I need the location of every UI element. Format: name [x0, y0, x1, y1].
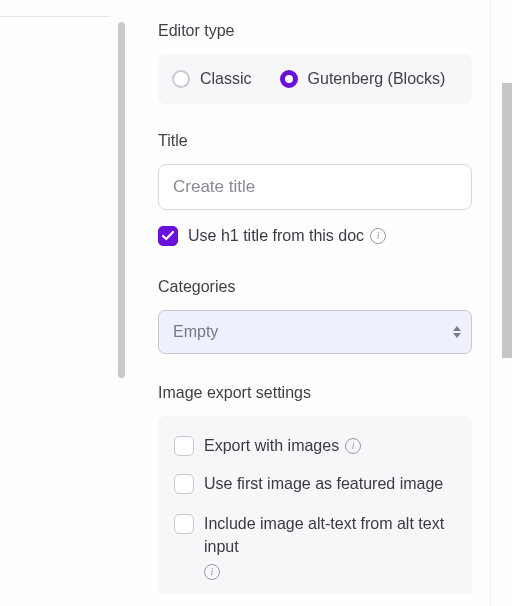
use-h1-label: Use h1 title from this doc — [188, 227, 364, 245]
title-input[interactable] — [158, 164, 472, 210]
use-h1-checkbox-row[interactable]: Use h1 title from this doc i — [158, 226, 472, 246]
first-image-featured-checkbox — [174, 474, 194, 494]
image-export-label: Image export settings — [158, 384, 472, 402]
info-circle-icon[interactable]: i — [370, 228, 386, 244]
radio-unselected-icon — [172, 70, 190, 88]
use-h1-checkbox — [158, 226, 178, 246]
title-section-label: Title — [158, 132, 472, 150]
editor-type-classic-radio[interactable]: Classic — [172, 70, 252, 88]
check-icon — [162, 231, 174, 241]
export-with-images-label: Export with images — [204, 437, 339, 455]
categories-select[interactable]: Empty — [158, 310, 472, 354]
settings-panel: Editor type Classic Gutenberg (Blocks) T… — [130, 0, 500, 606]
editor-type-gutenberg-label: Gutenberg (Blocks) — [308, 70, 446, 88]
caret-up-icon — [453, 326, 461, 331]
categories-label: Categories — [158, 278, 472, 296]
editor-type-group: Classic Gutenberg (Blocks) — [158, 54, 472, 104]
editor-type-label: Editor type — [158, 22, 472, 40]
include-alt-text-row[interactable]: Include image alt-text from alt text inp… — [174, 512, 456, 580]
categories-value: Empty — [173, 323, 218, 341]
right-scrollbar-thumb[interactable] — [502, 83, 512, 358]
caret-down-icon — [453, 333, 461, 338]
first-image-featured-label: Use first image as featured image — [204, 475, 443, 493]
info-circle-icon[interactable]: i — [345, 438, 361, 454]
left-scrollbar-thumb[interactable] — [118, 22, 125, 378]
image-export-group: Export with images i Use first image as … — [158, 416, 472, 594]
select-stepper — [453, 326, 461, 338]
export-with-images-checkbox — [174, 436, 194, 456]
radio-selected-icon — [280, 70, 298, 88]
include-alt-text-checkbox — [174, 514, 194, 534]
info-circle-icon[interactable]: i — [204, 564, 220, 580]
first-image-featured-row[interactable]: Use first image as featured image — [174, 474, 456, 494]
sidebar-divider — [0, 16, 110, 17]
left-sidebar-region — [0, 0, 130, 606]
editor-type-gutenberg-radio[interactable]: Gutenberg (Blocks) — [280, 70, 446, 88]
export-with-images-row[interactable]: Export with images i — [174, 436, 456, 456]
include-alt-text-label: Include image alt-text from alt text inp… — [204, 512, 456, 558]
editor-type-classic-label: Classic — [200, 70, 252, 88]
